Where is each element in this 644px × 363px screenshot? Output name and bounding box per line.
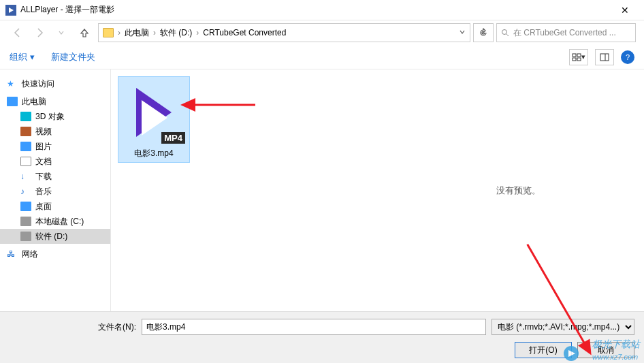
sidebar-downloads[interactable]: ↓下载 (0, 169, 110, 184)
file-list[interactable]: MP4 电影3.mp4 (111, 69, 392, 311)
sidebar-label: 软件 (D:) (35, 231, 67, 242)
sidebar-label: 图片 (35, 141, 52, 153)
window-title: ALLPlayer - 選擇一部電影 (20, 4, 611, 16)
preview-empty-text: 没有预览。 (496, 185, 541, 197)
address-dropdown-icon[interactable] (459, 28, 466, 37)
sidebar-quick-access[interactable]: ★快速访问 (0, 76, 110, 91)
format-badge: MP4 (161, 132, 185, 144)
view-mode-button[interactable]: ▾ (569, 49, 588, 65)
sidebar-music[interactable]: ♪音乐 (0, 184, 110, 199)
file-name-label: 电影3.mp4 (121, 148, 187, 159)
svg-rect-4 (577, 54, 581, 57)
disk-icon (20, 217, 31, 226)
pc-icon (7, 97, 18, 106)
breadcrumb-sep: › (118, 28, 120, 37)
sidebar-label: 音乐 (35, 186, 52, 198)
svg-rect-6 (577, 58, 581, 61)
sidebar-label: 文档 (35, 156, 52, 168)
sidebar-3d-objects[interactable]: 3D 对象 (0, 109, 110, 124)
filename-input[interactable] (142, 319, 486, 335)
sidebar-documents[interactable]: 文档 (0, 154, 110, 169)
bottom-panel: 文件名(N): 电影 (*.rmvb;*.AVI;*.mpg;*.mp4...)… (0, 311, 644, 363)
sidebar: ★快速访问 此电脑 3D 对象 视频 图片 文档 ↓下载 ♪音乐 桌面 本地磁盘… (0, 69, 111, 311)
navbar: › 此电脑 › 软件 (D:) › CRTubeGet Converted 在 … (0, 20, 644, 45)
file-item-selected[interactable]: MP4 电影3.mp4 (118, 76, 190, 163)
nav-recent-dropdown[interactable] (52, 23, 71, 42)
sidebar-disk-c[interactable]: 本地磁盘 (C:) (0, 214, 110, 229)
filetype-select[interactable]: 电影 (*.rmvb;*.AVI;*.mpg;*.mp4...) (492, 319, 634, 335)
sidebar-desktop[interactable]: 桌面 (0, 199, 110, 214)
help-button[interactable]: ? (621, 50, 634, 64)
play-icon-inner (142, 100, 167, 136)
breadcrumb-sep: › (196, 28, 199, 37)
toolbar: 组织 ▾ 新建文件夹 ▾ ? (0, 45, 644, 69)
sidebar-disk-d[interactable]: 软件 (D:) (0, 229, 110, 244)
search-icon (501, 29, 509, 37)
address-bar[interactable]: › 此电脑 › 软件 (D:) › CRTubeGet Converted (98, 23, 470, 42)
star-icon: ★ (7, 79, 18, 89)
cancel-button[interactable]: 取消 (577, 342, 634, 358)
picture-icon (20, 142, 31, 151)
filename-label: 文件名(N): (98, 321, 136, 333)
network-icon: 🖧 (7, 249, 18, 259)
folder-icon (103, 28, 114, 37)
sidebar-pictures[interactable]: 图片 (0, 139, 110, 154)
search-placeholder: 在 CRTubeGet Converted ... (513, 27, 616, 39)
close-button[interactable]: ✕ (611, 5, 639, 16)
preview-pane-button[interactable] (595, 49, 614, 65)
refresh-button[interactable] (473, 23, 494, 42)
sidebar-network[interactable]: 🖧网络 (0, 247, 110, 262)
main-area: ★快速访问 此电脑 3D 对象 视频 图片 文档 ↓下载 ♪音乐 桌面 本地磁盘… (0, 69, 644, 311)
open-button[interactable]: 打开(O) (515, 342, 572, 358)
disk-icon (20, 232, 31, 241)
breadcrumb-pc[interactable]: 此电脑 (125, 27, 149, 39)
breadcrumb-folder[interactable]: CRTubeGet Converted (203, 28, 286, 37)
organize-menu[interactable]: 组织 ▾ (10, 51, 35, 63)
cube-icon (20, 112, 31, 121)
svg-point-1 (502, 30, 507, 35)
file-thumbnail: MP4 (121, 80, 187, 145)
sidebar-label: 视频 (35, 126, 52, 138)
app-icon (5, 5, 16, 16)
nav-up-button[interactable] (76, 25, 93, 41)
svg-rect-3 (573, 54, 576, 57)
sidebar-label: 网络 (22, 249, 38, 260)
sidebar-label: 本地磁盘 (C:) (35, 216, 84, 227)
svg-line-2 (506, 34, 509, 36)
sidebar-videos[interactable]: 视频 (0, 124, 110, 139)
search-input[interactable]: 在 CRTubeGet Converted ... (496, 23, 636, 42)
desktop-icon (20, 202, 31, 211)
document-icon (20, 157, 31, 166)
download-icon: ↓ (20, 172, 31, 181)
sidebar-label: 3D 对象 (35, 111, 65, 123)
sidebar-label: 下载 (35, 171, 52, 183)
sidebar-this-pc[interactable]: 此电脑 (0, 94, 110, 109)
music-icon: ♪ (20, 187, 31, 196)
breadcrumb-sep: › (153, 28, 156, 37)
sidebar-label: 此电脑 (22, 96, 46, 108)
preview-pane: 没有预览。 (392, 69, 644, 311)
new-folder-button[interactable]: 新建文件夹 (51, 51, 95, 63)
titlebar: ALLPlayer - 選擇一部電影 ✕ (0, 0, 644, 20)
breadcrumb-drive[interactable]: 软件 (D:) (160, 27, 192, 39)
nav-back-button[interactable] (8, 23, 27, 42)
nav-forward-button[interactable] (30, 23, 49, 42)
sidebar-label: 快速访问 (22, 78, 54, 90)
svg-rect-5 (573, 58, 576, 61)
sidebar-label: 桌面 (35, 201, 52, 212)
video-icon (20, 127, 31, 136)
svg-rect-7 (600, 54, 609, 61)
